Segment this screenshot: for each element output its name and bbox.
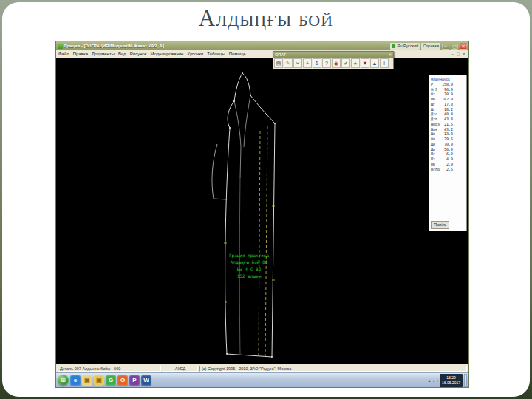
menu-item[interactable]: Файл <box>58 52 69 56</box>
parameter-line: Дтс 40.4 <box>431 112 465 117</box>
menu-item[interactable]: Помощь <box>229 52 246 56</box>
menu-item[interactable]: Таблицы <box>207 52 225 56</box>
parameter-line: Шг 17.3 <box>431 102 465 107</box>
parameter-line: Өлшемдер: <box>431 77 465 82</box>
palette-icon[interactable]: ▲ <box>370 58 379 68</box>
palette-icon[interactable]: ✔ <box>341 58 350 68</box>
parameter-line: От 70.0 <box>431 92 465 97</box>
pattern-label-line: Алдыңғы бой 00 <box>222 259 276 265</box>
palette-icon[interactable]: Σ <box>313 58 321 68</box>
parameter-line: Впрз 21.5 <box>431 122 465 127</box>
language-icon <box>392 44 395 48</box>
pattern-drawing <box>56 58 468 364</box>
pattern-label-line: Бю-4-С-В2 <box>222 266 276 273</box>
menu-item[interactable]: Правка <box>73 52 88 56</box>
minimize-button[interactable]: – <box>442 43 449 50</box>
palette-icon[interactable]: i <box>380 58 389 68</box>
taskbar-icon[interactable]: P <box>129 375 140 386</box>
status-bar: Деталь 007 Алдыңғы бойы - 000 АКЕД (c) C… <box>56 364 468 372</box>
panel-apply-button[interactable]: Приём <box>431 221 449 229</box>
menu-item[interactable]: Вид <box>118 52 126 56</box>
tray-icons: ▲●♦ <box>427 378 438 383</box>
pattern-dart-lines <box>234 95 250 178</box>
parameter-line: Дтп 43.8 <box>431 117 465 122</box>
pattern-label-line: 152 өлшем <box>222 273 276 279</box>
status-copyright: (c) Copyright 1995 - 2010, ЗАО "Радуга",… <box>200 366 467 372</box>
palette-titlebar: ОПАТ ✕ <box>273 52 393 58</box>
menu-item[interactable]: Кусочки <box>187 52 203 56</box>
parameter-line: Пб 2.0 <box>431 162 465 167</box>
start-button[interactable]: ⊞ <box>58 375 69 386</box>
system-tray: ▲●♦ 13:29 16.05.2017 <box>427 374 467 387</box>
drawing-canvas[interactable]: Грация-практикаАлдыңғы бой 00Бю-4-С-В215… <box>56 58 468 364</box>
tray-icon[interactable]: ▲ <box>427 378 431 383</box>
parameter-line: Др 56.0 <box>431 147 465 152</box>
mdi-child-buttons[interactable]: – ▢ ✕ <box>452 52 466 56</box>
presentation-slide: Алдыңғы бой Грация - [D:\ГРАЦИЯ\Модели\М… <box>2 2 530 397</box>
status-mode: АКЕД <box>163 366 198 372</box>
slide-title: Алдыңғы бой <box>2 5 530 32</box>
parameter-line: Пг 6.0 <box>431 151 465 157</box>
app-screenshot: Грация - [D:\ГРАЦИЯ\Модели\М Жакет КАЗ_А… <box>55 41 469 388</box>
menu-item[interactable]: Документы <box>92 52 115 56</box>
tool-palette: ОПАТ ✕ ▤✎✂+Σ?◉✔★✖▲i <box>273 51 394 69</box>
parameter-lines: Өлшемдер:Р 158.0Ог3 96.0От 70.0Об 102.0Ш… <box>431 77 465 171</box>
palette-icon[interactable]: ✂ <box>293 58 302 68</box>
app-icon <box>58 44 63 49</box>
menu-item[interactable]: Рисунок <box>130 52 147 56</box>
window-titlebar: Грация - [D:\ГРАЦИЯ\Модели\М Жакет КАЗ_А… <box>56 41 468 50</box>
palette-icon[interactable]: ▤ <box>274 58 283 68</box>
pattern-grain-lines <box>259 126 267 357</box>
taskbar-icon[interactable]: G <box>106 375 116 386</box>
taskbar-icons: e▣▣GOPW <box>70 375 426 386</box>
parameter-line: Шс 18.2 <box>431 107 465 112</box>
tray-date: 16.05.2017 <box>442 381 460 385</box>
clock[interactable]: 13:29 16.05.2017 <box>440 374 463 387</box>
palette-icon[interactable]: + <box>303 58 312 68</box>
taskbar-icon[interactable]: W <box>141 375 151 386</box>
parameter-line: Пт 4.0 <box>431 157 465 162</box>
taskbar-icon[interactable]: O <box>117 375 128 386</box>
tray-icon[interactable]: ● <box>432 378 434 383</box>
pattern-label-line: Грация-практика <box>222 252 276 259</box>
language-bar[interactable]: Ru Русский <box>390 43 420 50</box>
parameter-line: Об 102.0 <box>431 97 465 102</box>
palette-icon[interactable]: ◉ <box>332 58 341 68</box>
taskbar-icon[interactable]: ▣ <box>82 375 92 386</box>
palette-icon[interactable]: ? <box>322 58 331 68</box>
pattern-label: Грация-практикаАлдыңғы бой 00Бю-4-С-В215… <box>222 252 276 279</box>
palette-icon[interactable]: ★ <box>351 58 360 68</box>
taskbar: ⊞ e▣▣GOPW ▲●♦ 13:29 16.05.2017 <box>56 372 468 387</box>
close-button[interactable]: ✕ <box>460 43 467 50</box>
status-detail: Деталь 007 Алдыңғы бойы - 000 <box>58 366 161 372</box>
help-button[interactable]: Справка <box>421 43 440 50</box>
palette-icon[interactable]: ✖ <box>361 58 369 68</box>
palette-title-label: ОПАТ <box>275 52 286 57</box>
parameter-line: Пспр 2.5 <box>431 167 465 172</box>
pattern-side-piece <box>212 144 227 200</box>
window-title: Грация - [D:\ГРАЦИЯ\Модели\М Жакет КАЗ_А… <box>64 44 164 48</box>
menu-item[interactable]: Моделирование <box>150 52 183 56</box>
parameter-line: Ог3 96.0 <box>431 87 465 92</box>
parameter-line: Ди 70.0 <box>431 142 465 147</box>
parameter-line: Шп 13.3 <box>431 132 465 137</box>
palette-close-button[interactable]: ✕ <box>388 52 392 57</box>
language-label: Ru Русский <box>397 44 418 48</box>
parameters-panel: Өлшемдер:Р 158.0Ог3 96.0От 70.0Об 102.0Ш… <box>429 75 467 231</box>
taskbar-icon[interactable]: e <box>70 375 81 386</box>
pattern-outline <box>225 73 275 357</box>
pattern-points <box>226 72 276 358</box>
show-desktop-button[interactable] <box>464 374 467 387</box>
parameter-line: Р 158.0 <box>431 82 465 87</box>
palette-icon[interactable]: ✎ <box>284 58 293 68</box>
tray-icon[interactable]: ♦ <box>436 378 438 383</box>
parameter-line: Впк 43.2 <box>431 127 465 132</box>
palette-icon-row: ▤✎✂+Σ?◉✔★✖▲i <box>273 58 393 69</box>
taskbar-icon[interactable]: ▣ <box>94 375 104 386</box>
parameter-line: Оп 29.6 <box>431 137 465 142</box>
maximize-button[interactable]: ▢ <box>451 43 458 50</box>
menu-bar: ФайлПравкаДокументыВидРисунокМоделирован… <box>56 50 468 58</box>
